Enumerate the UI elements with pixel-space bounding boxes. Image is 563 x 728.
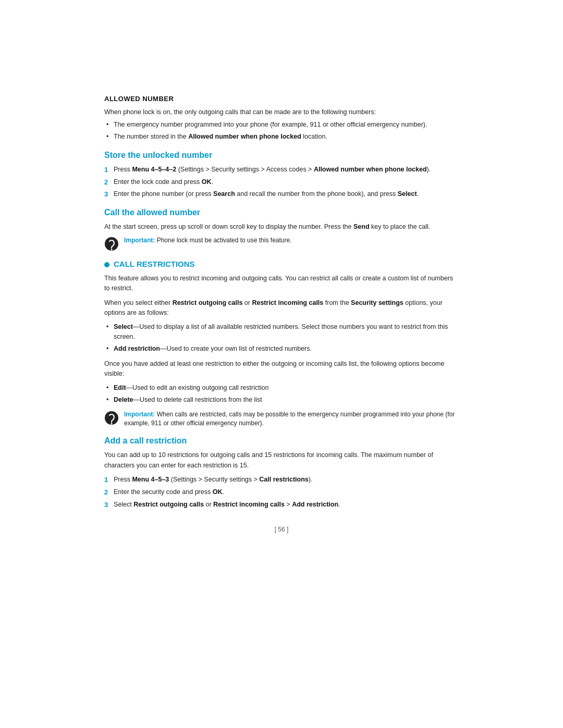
- store-unlocked-steps: Press Menu 4–5–4–2 (Settings > Security …: [104, 165, 459, 199]
- add-step-3: Select Restrict outgoing calls or Restri…: [104, 500, 459, 510]
- call-restrictions-body3: Once you have added at least one restric…: [104, 359, 459, 379]
- add-restriction-section: Add a call restriction You can add up to…: [104, 435, 459, 509]
- call-allowed-section: Call the allowed number At the start scr…: [104, 206, 459, 251]
- add-restriction-heading: Add a call restriction: [104, 435, 459, 447]
- call-restrictions-section: CALL RESTRICTIONS This feature allows yo…: [104, 258, 459, 427]
- call-restrictions-heading: CALL RESTRICTIONS: [104, 258, 459, 270]
- important-icon-2: [104, 411, 119, 425]
- option-delete: Delete—Used to delete call restrictions …: [104, 395, 459, 405]
- call-restrictions-intro: This feature allows you to restrict inco…: [104, 274, 459, 294]
- option-edit: Edit—Used to edit an existing outgoing c…: [104, 383, 459, 393]
- store-unlocked-section: Store the unlocked number Press Menu 4–5…: [104, 149, 459, 199]
- allowed-number-bullets: The emergency number programmed into you…: [104, 120, 459, 142]
- step-3: Enter the phone number (or press Search …: [104, 189, 459, 199]
- call-allowed-body: At the start screen, press up scroll or …: [104, 222, 459, 232]
- step-2: Enter the lock code and press OK.: [104, 177, 459, 187]
- allowed-number-intro: When phone lock is on, the only outgoing…: [104, 107, 459, 117]
- call-restrictions-important: Important: When calls are restricted, ca…: [104, 410, 459, 428]
- step-1: Press Menu 4–5–4–2 (Settings > Security …: [104, 165, 459, 175]
- call-allowed-heading: Call the allowed number: [104, 206, 459, 219]
- add-restriction-intro: You can add up to 10 restrictions for ou…: [104, 450, 459, 471]
- bullet-stored: The number stored in the Allowed number …: [104, 132, 459, 142]
- svg-point-1: [111, 249, 113, 251]
- important-icon: [104, 237, 119, 251]
- allowed-number-section: ALLOWED NUMBER When phone lock is on, th…: [104, 94, 459, 142]
- option-select: Select—Used to display a list of all ava…: [104, 322, 459, 342]
- store-unlocked-heading: Store the unlocked number: [104, 149, 459, 162]
- option-add-restriction: Add restriction—Used to create your own …: [104, 344, 459, 354]
- svg-point-3: [111, 423, 113, 424]
- add-step-2: Enter the security code and press OK.: [104, 487, 459, 497]
- call-restrictions-body2: When you select either Restrict outgoing…: [104, 298, 459, 318]
- add-restriction-steps: Press Menu 4–5–3 (Settings > Security se…: [104, 475, 459, 509]
- call-restrictions-important-text: Important: When calls are restricted, ca…: [124, 410, 459, 428]
- call-allowed-important-text: Important: Phone lock must be activated …: [124, 236, 292, 245]
- allowed-number-heading: ALLOWED NUMBER: [104, 94, 459, 104]
- call-restrictions-options: Select—Used to display a list of all ava…: [104, 322, 459, 353]
- call-allowed-important: Important: Phone lock must be activated …: [104, 236, 459, 251]
- call-restrictions-options2: Edit—Used to edit an existing outgoing c…: [104, 383, 459, 405]
- bullet-emergency: The emergency number programmed into you…: [104, 120, 459, 130]
- bullet-dot-icon: [104, 262, 109, 267]
- page-content: ALLOWED NUMBER When phone lock is on, th…: [104, 94, 459, 534]
- page-number: [ 56 ]: [104, 525, 459, 534]
- svg-point-0: [105, 237, 118, 251]
- add-step-1: Press Menu 4–5–3 (Settings > Security se…: [104, 475, 459, 485]
